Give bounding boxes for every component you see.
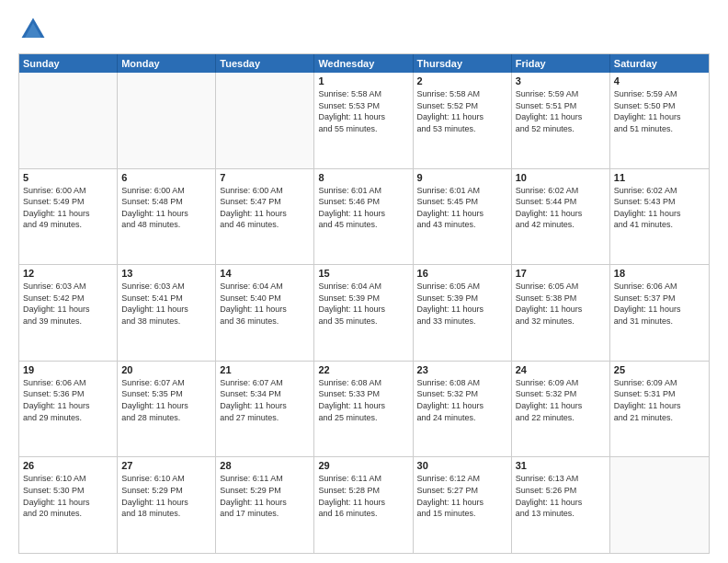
weekday-header: Thursday (414, 54, 512, 73)
logo (18, 15, 51, 44)
day-number: 8 (318, 172, 408, 183)
header (18, 15, 710, 44)
day-number: 28 (220, 460, 310, 471)
day-info: Sunrise: 6:08 AM Sunset: 5:33 PM Dayligh… (318, 377, 408, 423)
day-number: 17 (516, 268, 606, 279)
day-info: Sunrise: 6:00 AM Sunset: 5:47 PM Dayligh… (220, 185, 310, 231)
day-number: 7 (220, 172, 310, 183)
calendar-cell: 25Sunrise: 6:09 AM Sunset: 5:31 PM Dayli… (610, 362, 709, 457)
day-number: 13 (121, 268, 211, 279)
calendar-body: 1Sunrise: 5:58 AM Sunset: 5:53 PM Daylig… (19, 73, 709, 553)
day-info: Sunrise: 6:02 AM Sunset: 5:44 PM Dayligh… (516, 185, 606, 231)
weekday-header: Friday (512, 54, 610, 73)
calendar-cell: 20Sunrise: 6:07 AM Sunset: 5:35 PM Dayli… (118, 362, 216, 457)
calendar-cell: 12Sunrise: 6:03 AM Sunset: 5:42 PM Dayli… (19, 265, 118, 361)
calendar-week: 19Sunrise: 6:06 AM Sunset: 5:36 PM Dayli… (19, 362, 709, 458)
weekday-header: Tuesday (216, 54, 314, 73)
day-number: 29 (318, 460, 408, 471)
day-number: 10 (516, 172, 606, 183)
page: SundayMondayTuesdayWednesdayThursdayFrid… (0, 0, 728, 563)
day-number: 27 (121, 460, 211, 471)
day-info: Sunrise: 6:13 AM Sunset: 5:26 PM Dayligh… (516, 473, 606, 519)
calendar-cell: 14Sunrise: 6:04 AM Sunset: 5:40 PM Dayli… (216, 265, 314, 361)
day-info: Sunrise: 6:01 AM Sunset: 5:45 PM Dayligh… (417, 185, 507, 231)
calendar-cell: 24Sunrise: 6:09 AM Sunset: 5:32 PM Dayli… (512, 362, 610, 457)
day-number: 4 (614, 75, 705, 86)
calendar-cell: 26Sunrise: 6:10 AM Sunset: 5:30 PM Dayli… (19, 457, 118, 553)
day-info: Sunrise: 6:10 AM Sunset: 5:30 PM Dayligh… (23, 473, 113, 519)
calendar-cell (118, 73, 216, 168)
weekday-header: Sunday (19, 54, 118, 73)
day-number: 25 (614, 364, 705, 375)
day-info: Sunrise: 6:06 AM Sunset: 5:36 PM Dayligh… (23, 377, 113, 423)
day-number: 16 (417, 268, 507, 279)
calendar-cell: 19Sunrise: 6:06 AM Sunset: 5:36 PM Dayli… (19, 362, 118, 457)
day-number: 5 (23, 172, 113, 183)
weekday-header: Monday (118, 54, 216, 73)
day-number: 2 (417, 75, 507, 86)
calendar-cell: 21Sunrise: 6:07 AM Sunset: 5:34 PM Dayli… (216, 362, 314, 457)
calendar-cell: 10Sunrise: 6:02 AM Sunset: 5:44 PM Dayli… (512, 169, 610, 265)
day-number: 9 (417, 172, 507, 183)
day-info: Sunrise: 6:03 AM Sunset: 5:42 PM Dayligh… (23, 281, 113, 327)
calendar-cell: 2Sunrise: 5:58 AM Sunset: 5:52 PM Daylig… (414, 73, 512, 168)
calendar-cell (216, 73, 314, 168)
day-number: 31 (516, 460, 606, 471)
day-number: 30 (417, 460, 507, 471)
day-number: 22 (318, 364, 408, 375)
day-number: 12 (23, 268, 113, 279)
calendar-cell: 22Sunrise: 6:08 AM Sunset: 5:33 PM Dayli… (314, 362, 413, 457)
day-info: Sunrise: 6:00 AM Sunset: 5:48 PM Dayligh… (121, 185, 211, 231)
day-info: Sunrise: 6:08 AM Sunset: 5:32 PM Dayligh… (417, 377, 507, 423)
calendar-cell: 28Sunrise: 6:11 AM Sunset: 5:29 PM Dayli… (216, 457, 314, 553)
day-info: Sunrise: 6:07 AM Sunset: 5:35 PM Dayligh… (121, 377, 211, 423)
day-number: 21 (220, 364, 310, 375)
calendar-cell: 4Sunrise: 5:59 AM Sunset: 5:50 PM Daylig… (610, 73, 709, 168)
day-info: Sunrise: 5:58 AM Sunset: 5:52 PM Dayligh… (417, 88, 507, 134)
calendar-cell: 31Sunrise: 6:13 AM Sunset: 5:26 PM Dayli… (512, 457, 610, 553)
day-number: 20 (121, 364, 211, 375)
calendar-cell: 9Sunrise: 6:01 AM Sunset: 5:45 PM Daylig… (414, 169, 512, 265)
day-number: 15 (318, 268, 408, 279)
calendar-cell (19, 73, 118, 168)
day-info: Sunrise: 6:11 AM Sunset: 5:29 PM Dayligh… (220, 473, 310, 519)
day-number: 26 (23, 460, 113, 471)
day-info: Sunrise: 6:01 AM Sunset: 5:46 PM Dayligh… (318, 185, 408, 231)
logo-icon (18, 15, 48, 44)
day-info: Sunrise: 6:03 AM Sunset: 5:41 PM Dayligh… (121, 281, 211, 327)
day-info: Sunrise: 5:59 AM Sunset: 5:50 PM Dayligh… (614, 88, 705, 134)
day-number: 23 (417, 364, 507, 375)
day-info: Sunrise: 6:10 AM Sunset: 5:29 PM Dayligh… (121, 473, 211, 519)
day-info: Sunrise: 6:06 AM Sunset: 5:37 PM Dayligh… (614, 281, 705, 327)
calendar-cell: 5Sunrise: 6:00 AM Sunset: 5:49 PM Daylig… (19, 169, 118, 265)
calendar-header: SundayMondayTuesdayWednesdayThursdayFrid… (19, 54, 709, 73)
weekday-header: Wednesday (314, 54, 413, 73)
day-info: Sunrise: 6:05 AM Sunset: 5:39 PM Dayligh… (417, 281, 507, 327)
calendar-cell: 3Sunrise: 5:59 AM Sunset: 5:51 PM Daylig… (512, 73, 610, 168)
day-number: 14 (220, 268, 310, 279)
calendar: SundayMondayTuesdayWednesdayThursdayFrid… (18, 53, 710, 554)
day-info: Sunrise: 6:04 AM Sunset: 5:39 PM Dayligh… (318, 281, 408, 327)
day-info: Sunrise: 6:04 AM Sunset: 5:40 PM Dayligh… (220, 281, 310, 327)
calendar-week: 5Sunrise: 6:00 AM Sunset: 5:49 PM Daylig… (19, 169, 709, 266)
calendar-week: 12Sunrise: 6:03 AM Sunset: 5:42 PM Dayli… (19, 265, 709, 362)
calendar-cell: 18Sunrise: 6:06 AM Sunset: 5:37 PM Dayli… (610, 265, 709, 361)
day-number: 1 (318, 75, 408, 86)
calendar-cell: 8Sunrise: 6:01 AM Sunset: 5:46 PM Daylig… (314, 169, 413, 265)
day-info: Sunrise: 6:02 AM Sunset: 5:43 PM Dayligh… (614, 185, 705, 231)
calendar-cell: 23Sunrise: 6:08 AM Sunset: 5:32 PM Dayli… (414, 362, 512, 457)
day-number: 18 (614, 268, 705, 279)
calendar-cell: 30Sunrise: 6:12 AM Sunset: 5:27 PM Dayli… (414, 457, 512, 553)
calendar-cell (610, 457, 709, 553)
calendar-cell: 1Sunrise: 5:58 AM Sunset: 5:53 PM Daylig… (314, 73, 413, 168)
calendar-cell: 16Sunrise: 6:05 AM Sunset: 5:39 PM Dayli… (414, 265, 512, 361)
calendar-cell: 17Sunrise: 6:05 AM Sunset: 5:38 PM Dayli… (512, 265, 610, 361)
calendar-week: 1Sunrise: 5:58 AM Sunset: 5:53 PM Daylig… (19, 73, 709, 169)
day-info: Sunrise: 6:07 AM Sunset: 5:34 PM Dayligh… (220, 377, 310, 423)
day-info: Sunrise: 6:05 AM Sunset: 5:38 PM Dayligh… (516, 281, 606, 327)
day-number: 6 (121, 172, 211, 183)
calendar-cell: 13Sunrise: 6:03 AM Sunset: 5:41 PM Dayli… (118, 265, 216, 361)
calendar-week: 26Sunrise: 6:10 AM Sunset: 5:30 PM Dayli… (19, 457, 709, 553)
day-info: Sunrise: 6:12 AM Sunset: 5:27 PM Dayligh… (417, 473, 507, 519)
day-info: Sunrise: 5:58 AM Sunset: 5:53 PM Dayligh… (318, 88, 408, 134)
